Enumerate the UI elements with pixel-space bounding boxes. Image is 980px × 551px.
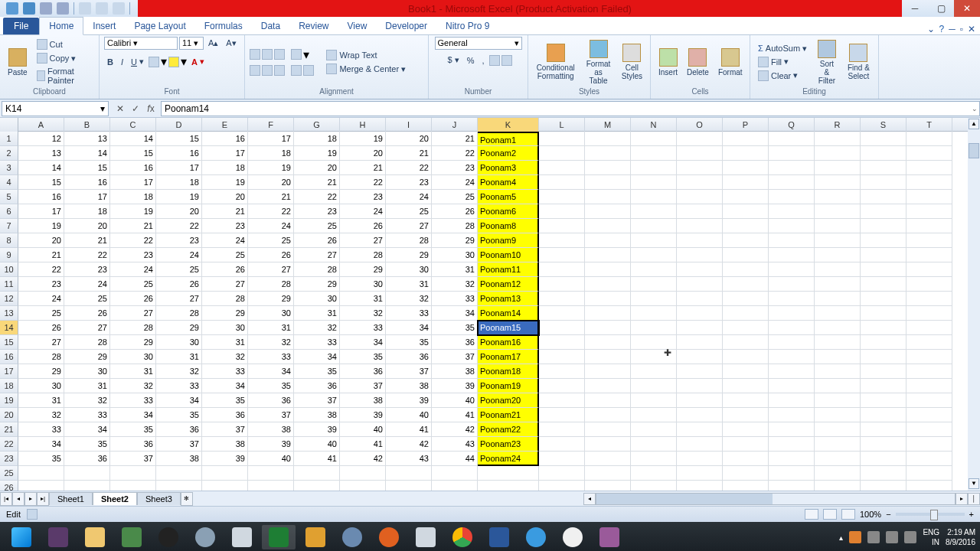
cell[interactable] — [585, 335, 631, 350]
cell[interactable]: 38 — [432, 364, 478, 379]
delete-cells-button[interactable]: Delete — [684, 47, 712, 78]
cell[interactable] — [906, 466, 952, 481]
cell[interactable]: 36 — [202, 408, 248, 422]
cell[interactable]: 38 — [248, 422, 294, 437]
cell[interactable]: 14 — [18, 161, 64, 175]
cell[interactable]: 39 — [248, 437, 294, 452]
cell[interactable] — [769, 161, 815, 175]
cell[interactable] — [723, 408, 769, 422]
cell[interactable] — [340, 466, 386, 481]
cell[interactable] — [906, 321, 952, 335]
cell[interactable]: 34 — [340, 335, 386, 350]
cell[interactable] — [585, 481, 631, 491]
save-icon[interactable] — [23, 2, 35, 15]
cell[interactable] — [861, 422, 906, 437]
cell[interactable]: 19 — [18, 219, 64, 233]
cell[interactable] — [861, 306, 906, 321]
cell[interactable] — [906, 481, 952, 491]
align-middle-icon[interactable] — [262, 49, 273, 60]
cell[interactable] — [815, 350, 861, 364]
cell[interactable]: 16 — [18, 190, 64, 204]
cell[interactable] — [677, 437, 723, 452]
row-header[interactable]: 1 — [0, 132, 18, 146]
cell[interactable]: 37 — [248, 408, 294, 422]
cell[interactable]: 25 — [294, 219, 340, 233]
cell[interactable] — [677, 262, 723, 277]
col-header-C[interactable]: C — [110, 118, 156, 132]
cell[interactable] — [861, 379, 906, 393]
cell-k[interactable]: Poonam24 — [478, 452, 539, 466]
cell[interactable] — [723, 175, 769, 190]
sheet-tab-1[interactable]: Sheet1 — [49, 492, 93, 505]
increase-decimal-icon[interactable] — [489, 55, 500, 66]
cell[interactable]: 35 — [340, 350, 386, 364]
cell[interactable] — [861, 408, 906, 422]
cell[interactable] — [815, 219, 861, 233]
row-header[interactable]: 19 — [0, 393, 18, 408]
cell[interactable]: 32 — [156, 364, 202, 379]
sort-filter-button[interactable]: Sort & Filter — [813, 38, 841, 86]
open-icon[interactable] — [96, 2, 108, 15]
row-header[interactable]: 17 — [0, 364, 18, 379]
cell[interactable] — [585, 306, 631, 321]
cell[interactable] — [769, 204, 815, 219]
page-layout-view-button[interactable] — [823, 509, 837, 520]
cell[interactable]: 38 — [156, 452, 202, 466]
cell[interactable]: 23 — [156, 233, 202, 248]
cell[interactable] — [386, 466, 432, 481]
cell[interactable]: 34 — [18, 437, 64, 452]
cell[interactable]: 26 — [110, 292, 156, 306]
cell[interactable] — [539, 175, 585, 190]
cell[interactable] — [861, 481, 906, 491]
cell[interactable]: 25 — [18, 306, 64, 321]
new-icon[interactable] — [79, 2, 91, 15]
cell[interactable] — [906, 175, 952, 190]
cell[interactable]: 28 — [18, 350, 64, 364]
cell[interactable]: 17 — [110, 175, 156, 190]
cell[interactable] — [539, 379, 585, 393]
cell[interactable]: 21 — [340, 161, 386, 175]
row-header[interactable]: 21 — [0, 422, 18, 437]
cell[interactable] — [906, 262, 952, 277]
data-tab[interactable]: Data — [252, 18, 289, 34]
cell[interactable]: 15 — [156, 132, 202, 146]
zoom-slider[interactable] — [896, 513, 965, 516]
window-close-icon[interactable]: ✕ — [968, 24, 975, 34]
col-header-I[interactable]: I — [386, 118, 432, 132]
cell[interactable] — [906, 204, 952, 219]
cell[interactable]: 29 — [156, 321, 202, 335]
cell[interactable] — [815, 233, 861, 248]
cell[interactable]: 24 — [18, 292, 64, 306]
cell[interactable] — [723, 161, 769, 175]
cell-k[interactable]: Poonam15 — [478, 321, 539, 335]
pagelayout-tab[interactable]: Page Layout — [125, 18, 194, 34]
cell[interactable] — [769, 379, 815, 393]
cell[interactable]: 41 — [340, 437, 386, 452]
cell[interactable] — [861, 248, 906, 262]
vertical-scrollbar[interactable]: ▲ ▼ — [968, 118, 980, 491]
cell[interactable]: 31 — [202, 335, 248, 350]
cell[interactable]: 12 — [18, 132, 64, 146]
cell[interactable]: 13 — [64, 132, 110, 146]
row-header[interactable]: 9 — [0, 248, 18, 262]
italic-button[interactable]: I — [118, 57, 126, 67]
cell[interactable]: 23 — [432, 161, 478, 175]
underline-button[interactable]: U ▾ — [128, 56, 147, 67]
cell[interactable] — [432, 481, 478, 491]
decrease-font-icon[interactable]: A▾ — [223, 37, 239, 49]
cell[interactable]: 18 — [64, 204, 110, 219]
cell[interactable]: 32 — [110, 379, 156, 393]
cell[interactable] — [769, 277, 815, 292]
cell[interactable] — [769, 292, 815, 306]
col-header-M[interactable]: M — [585, 118, 631, 132]
cell[interactable]: 37 — [294, 393, 340, 408]
cell[interactable]: 24 — [156, 248, 202, 262]
cell[interactable] — [585, 321, 631, 335]
cell[interactable]: 16 — [156, 146, 202, 161]
cell[interactable]: 25 — [432, 190, 478, 204]
cell-k[interactable]: Poonam3 — [478, 161, 539, 175]
cell[interactable] — [677, 306, 723, 321]
cell[interactable]: 21 — [18, 248, 64, 262]
cell[interactable]: 21 — [294, 175, 340, 190]
cell[interactable]: 31 — [156, 350, 202, 364]
